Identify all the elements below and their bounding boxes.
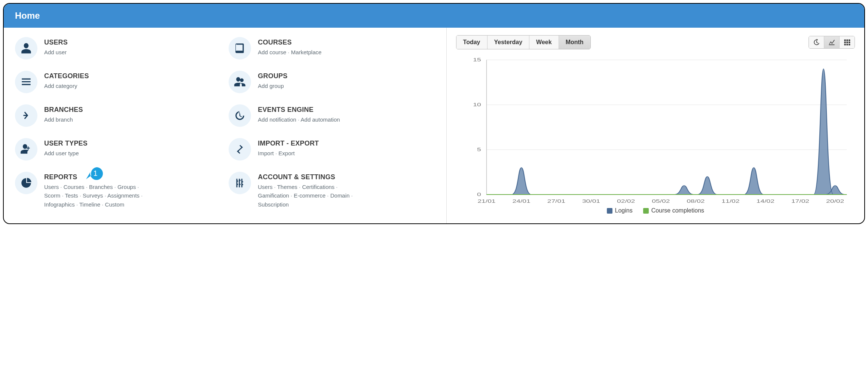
link-importexport-1[interactable]: Export (278, 150, 294, 156)
svg-text:05/02: 05/02 (652, 198, 670, 204)
svg-text:11/02: 11/02 (721, 198, 739, 204)
tile-importexport: IMPORT - EXPORTImport · Export (229, 138, 435, 161)
tile-links-reports: Users · Courses · Branches · Groups · Sc… (44, 183, 156, 209)
tile-courses: COURSESAdd course · Marketplace (229, 37, 435, 59)
legend-completions: Course completions (643, 207, 704, 214)
importexport-icon[interactable] (229, 138, 251, 161)
tile-links-users: Add user (44, 48, 68, 56)
view-button-group (809, 36, 855, 49)
link-courses-0[interactable]: Add course (258, 49, 286, 55)
svg-text:15: 15 (473, 57, 481, 62)
badge-reports: 1 (85, 166, 104, 181)
svg-text:0: 0 (477, 192, 481, 197)
courses-icon[interactable] (229, 37, 251, 59)
link-users-0[interactable]: Add user (44, 49, 67, 55)
link-reports-4[interactable]: Scorm (44, 192, 60, 199)
users-icon[interactable] (15, 37, 37, 59)
link-groups-0[interactable]: Add group (258, 83, 284, 89)
link-account-3[interactable]: Gamification (258, 192, 289, 199)
svg-text:27/01: 27/01 (547, 198, 565, 204)
tile-groups: GROUPSAdd group (229, 71, 435, 93)
link-reports-1[interactable]: Courses (64, 184, 85, 190)
link-reports-6[interactable]: Surveys (83, 192, 103, 199)
link-usertypes-0[interactable]: Add user type (44, 150, 79, 156)
events-icon[interactable] (229, 104, 251, 127)
link-account-2[interactable]: Certifications (302, 184, 334, 190)
categories-icon[interactable] (15, 71, 37, 93)
link-importexport-0[interactable]: Import (258, 150, 274, 156)
svg-text:02/02: 02/02 (617, 198, 635, 204)
chart-toolbar: TodayYesterdayWeekMonth (456, 35, 855, 49)
link-reports-5[interactable]: Tests (65, 192, 78, 199)
link-account-5[interactable]: Domain (330, 192, 350, 199)
chart-area: 05101521/0124/0127/0130/0102/0205/0208/0… (456, 56, 855, 206)
branches-icon[interactable] (15, 104, 37, 127)
link-reports-9[interactable]: Timeline (79, 201, 100, 208)
link-account-4[interactable]: E-commerce (294, 192, 326, 199)
link-reports-10[interactable]: Custom (105, 201, 125, 208)
tile-title-branches[interactable]: BRANCHES (44, 106, 83, 114)
range-today[interactable]: Today (456, 36, 488, 49)
svg-text:14/02: 14/02 (756, 198, 774, 204)
usertypes-icon[interactable] (15, 138, 37, 161)
link-events-1[interactable]: Add automation (301, 116, 340, 123)
legend-label-logins: Logins (615, 207, 633, 214)
view-grid-button[interactable] (840, 36, 855, 48)
tile-title-courses[interactable]: COURSES (258, 39, 321, 46)
link-branches-0[interactable]: Add branch (44, 116, 73, 123)
link-categories-0[interactable]: Add category (44, 83, 77, 89)
tile-branches: BRANCHESAdd branch (15, 104, 221, 127)
link-reports-2[interactable]: Branches (89, 184, 113, 190)
badge-value: 1 (94, 169, 98, 178)
groups-icon[interactable] (229, 71, 251, 93)
body: USERSAdd userCOURSESAdd course · Marketp… (4, 28, 864, 223)
link-reports-3[interactable]: Groups (117, 184, 136, 190)
view-chart-button[interactable] (824, 36, 840, 48)
range-yesterday[interactable]: Yesterday (488, 36, 530, 49)
tile-categories: CATEGORIESAdd category (15, 71, 221, 93)
svg-text:5: 5 (477, 147, 481, 152)
tile-links-importexport: Import · Export (258, 149, 319, 158)
svg-text:20/02: 20/02 (826, 198, 844, 204)
link-account-0[interactable]: Users (258, 184, 272, 190)
swatch-completions (643, 208, 649, 214)
link-courses-1[interactable]: Marketplace (291, 49, 322, 55)
account-icon[interactable] (229, 172, 251, 194)
svg-text:30/01: 30/01 (582, 198, 600, 204)
link-account-6[interactable]: Subscription (258, 201, 289, 208)
tile-title-categories[interactable]: CATEGORIES (44, 72, 89, 80)
chart-svg: 05101521/0124/0127/0130/0102/0205/0208/0… (456, 56, 855, 206)
tile-links-account: Users · Themes · Certifications · Gamifi… (258, 183, 370, 209)
tile-users: USERSAdd user (15, 37, 221, 59)
link-events-0[interactable]: Add notification (258, 116, 296, 123)
svg-text:17/02: 17/02 (791, 198, 809, 204)
svg-text:21/01: 21/01 (477, 198, 495, 204)
tile-links-courses: Add course · Marketplace (258, 48, 321, 56)
admin-panel: Home USERSAdd userCOURSESAdd course · Ma… (3, 3, 865, 224)
legend-logins: Logins (607, 207, 633, 214)
tile-links-groups: Add group (258, 82, 287, 90)
range-week[interactable]: Week (529, 36, 559, 49)
tile-title-events[interactable]: EVENTS ENGINE (258, 106, 340, 114)
chart-legend: Logins Course completions (456, 207, 855, 214)
tile-title-groups[interactable]: GROUPS (258, 72, 287, 80)
tile-reports: REPORTSUsers · Courses · Branches · Grou… (15, 172, 221, 209)
link-reports-0[interactable]: Users (44, 184, 59, 190)
range-month[interactable]: Month (559, 36, 590, 49)
tile-title-users[interactable]: USERS (44, 39, 68, 46)
tile-title-usertypes[interactable]: USER TYPES (44, 140, 88, 147)
svg-text:24/01: 24/01 (512, 198, 530, 204)
view-history-button[interactable] (809, 36, 824, 48)
link-reports-8[interactable]: Infographics (44, 201, 75, 208)
tiles-column: USERSAdd userCOURSESAdd course · Marketp… (4, 28, 447, 223)
link-reports-7[interactable]: Assignments (107, 192, 140, 199)
page-title: Home (4, 4, 864, 28)
tile-title-account[interactable]: ACCOUNT & SETTINGS (258, 173, 370, 181)
tile-events: EVENTS ENGINEAdd notification · Add auto… (229, 104, 435, 127)
reports-icon[interactable] (15, 172, 37, 194)
tile-usertypes: USER TYPESAdd user type (15, 138, 221, 161)
swatch-logins (607, 208, 612, 214)
tile-title-importexport[interactable]: IMPORT - EXPORT (258, 140, 319, 147)
link-account-1[interactable]: Themes (277, 184, 297, 190)
legend-label-completions: Course completions (651, 207, 704, 214)
